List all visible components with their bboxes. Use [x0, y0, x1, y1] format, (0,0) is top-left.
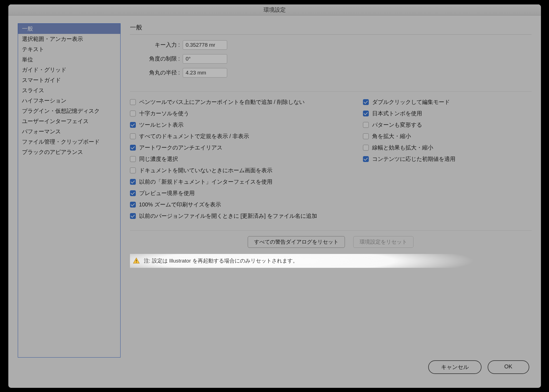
checkbox-label: コンテンツに応じた初期値を適用: [372, 155, 455, 163]
checkbox-column-right: ダブルクリックして編集モード日本式トンボを使用パターンも変形する角を拡大・縮小線…: [357, 98, 532, 224]
angle-row: 角度の制限 : 0°: [136, 54, 532, 64]
checkbox-label: アートワークのアンチエイリアス: [139, 144, 222, 151]
radius-field[interactable]: 4.23 mm: [183, 68, 227, 78]
sidebar-item-2[interactable]: テキスト: [18, 44, 120, 54]
ok-button[interactable]: OK: [488, 360, 529, 374]
checkbox-icon[interactable]: [130, 133, 136, 139]
checkbox-icon[interactable]: [130, 99, 136, 105]
checkbox-row[interactable]: ペンツールでパス上にアンカーポイントを自動で追加 / 削除しない: [130, 98, 357, 106]
checkbox-label: 同じ濃度を選択: [139, 155, 178, 163]
checkbox-row[interactable]: 線幅と効果も拡大・縮小: [363, 144, 532, 151]
checkbox-icon[interactable]: [363, 99, 369, 105]
checkbox-row[interactable]: 十字カーソルを使う: [130, 110, 357, 117]
checkbox-icon[interactable]: [130, 179, 136, 185]
category-sidebar: 一般選択範囲・アンカー表示テキスト単位ガイド・グリッドスマートガイドスライスハイ…: [18, 23, 121, 358]
checkbox-label: 十字カーソルを使う: [139, 110, 189, 117]
checkbox-row[interactable]: ダブルクリックして編集モード: [363, 98, 532, 106]
checkbox-row[interactable]: パターンも変形する: [363, 121, 532, 129]
checkbox-row[interactable]: 角を拡大・縮小: [363, 133, 532, 140]
checkbox-row[interactable]: 100% ズームで印刷サイズを表示: [130, 201, 357, 208]
checkbox-icon[interactable]: [130, 156, 136, 162]
radius-row: 角丸の半径 : 4.23 mm: [136, 68, 532, 78]
checkbox-icon[interactable]: [130, 111, 136, 116]
checkbox-label: ダブルクリックして編集モード: [372, 98, 450, 106]
key-input-field[interactable]: 0.352778 mr: [183, 40, 227, 50]
sidebar-item-9[interactable]: ユーザーインターフェイス: [18, 116, 120, 126]
checkbox-label: 100% ズームで印刷サイズを表示: [139, 201, 221, 208]
checkbox-row[interactable]: プレビュー境界を使用: [130, 189, 357, 197]
window-title: 環境設定: [264, 6, 286, 14]
sidebar-item-11[interactable]: ファイル管理・クリップボード: [18, 137, 120, 147]
checkbox-row[interactable]: すべてのドキュメントで定規を表示 / 非表示: [130, 133, 357, 140]
checkbox-icon[interactable]: [130, 190, 136, 196]
checkbox-icon[interactable]: [130, 122, 136, 128]
checkbox-label: プレビュー境界を使用: [139, 189, 195, 197]
checkbox-icon[interactable]: [363, 145, 369, 151]
checkbox-label: ペンツールでパス上にアンカーポイントを自動で追加 / 削除しない: [139, 98, 305, 106]
checkbox-icon[interactable]: [130, 213, 136, 219]
checkbox-label: 角を拡大・縮小: [372, 133, 411, 140]
angle-label: 角度の制限 :: [136, 55, 180, 63]
checkbox-label: 線幅と効果も拡大・縮小: [372, 144, 433, 151]
sidebar-item-0[interactable]: 一般: [18, 24, 120, 34]
preferences-dialog: 環境設定 一般選択範囲・アンカー表示テキスト単位ガイド・グリッドスマートガイドス…: [8, 4, 541, 388]
radius-label: 角丸の半径 :: [136, 69, 180, 76]
checkbox-row[interactable]: コンテンツに応じた初期値を適用: [363, 155, 532, 163]
sidebar-item-1[interactable]: 選択範囲・アンカー表示: [18, 34, 120, 44]
checkbox-row[interactable]: 同じ濃度を選択: [130, 155, 357, 163]
sidebar-item-10[interactable]: パフォーマンス: [18, 126, 120, 137]
warning-text: 注: 設定は Illustrator を再起動する場合にのみリセットされます。: [144, 257, 298, 264]
checkbox-row[interactable]: ドキュメントを開いていないときにホーム画面を表示: [130, 167, 357, 174]
checkbox-label: すべてのドキュメントで定規を表示 / 非表示: [139, 133, 249, 140]
warning-note: 注: 設定は Illustrator を再起動する場合にのみリセットされます。: [130, 254, 532, 268]
sidebar-item-7[interactable]: ハイフネーション: [18, 96, 120, 106]
angle-field[interactable]: 0°: [183, 54, 227, 64]
sidebar-item-5[interactable]: スマートガイド: [18, 75, 120, 85]
sidebar-item-6[interactable]: スライス: [18, 85, 120, 96]
checkbox-label: 日本式トンボを使用: [372, 110, 422, 117]
checkbox-row[interactable]: 以前の「新規ドキュメント」インターフェイスを使用: [130, 178, 357, 186]
checkbox-label: ツールヒント表示: [139, 121, 184, 129]
reset-warnings-button[interactable]: すべての警告ダイアログをリセット: [248, 236, 345, 248]
checkbox-icon[interactable]: [130, 168, 136, 173]
cancel-button[interactable]: キャンセル: [428, 360, 482, 374]
checkbox-icon[interactable]: [130, 202, 136, 208]
checkbox-label: 以前のバージョンファイルを開くときに [更新済み] をファイル名に追加: [139, 212, 317, 220]
key-input-row: キー入力 : 0.352778 mr: [136, 40, 532, 50]
dialog-footer: キャンセル OK: [8, 360, 541, 388]
checkbox-label: ドキュメントを開いていないときにホーム画面を表示: [139, 167, 272, 174]
sidebar-item-12[interactable]: ブラックのアピアランス: [18, 147, 120, 157]
checkbox-label: 以前の「新規ドキュメント」インターフェイスを使用: [139, 178, 272, 186]
checkbox-row[interactable]: 日本式トンボを使用: [363, 110, 532, 117]
reset-row: すべての警告ダイアログをリセット 環境設定をリセット: [130, 230, 532, 248]
checkbox-row[interactable]: アートワークのアンチエイリアス: [130, 144, 357, 151]
main-panel: 一般 キー入力 : 0.352778 mr 角度の制限 : 0° 角丸の半径 :…: [130, 23, 532, 358]
checkbox-icon[interactable]: [363, 122, 369, 128]
svg-rect-0: [136, 259, 136, 261]
checkbox-row[interactable]: 以前のバージョンファイルを開くときに [更新済み] をファイル名に追加: [130, 212, 357, 220]
checkbox-area: ペンツールでパス上にアンカーポイントを自動で追加 / 削除しない十字カーソルを使…: [130, 91, 532, 224]
sidebar-item-8[interactable]: プラグイン・仮想記憶ディスク: [18, 106, 120, 116]
section-heading: 一般: [130, 23, 532, 35]
sidebar-item-3[interactable]: 単位: [18, 54, 120, 65]
checkbox-icon[interactable]: [363, 133, 369, 139]
dialog-content: 一般選択範囲・アンカー表示テキスト単位ガイド・グリッドスマートガイドスライスハイ…: [8, 16, 541, 360]
checkbox-column-left: ペンツールでパス上にアンカーポイントを自動で追加 / 削除しない十字カーソルを使…: [130, 98, 357, 224]
checkbox-label: パターンも変形する: [372, 121, 422, 129]
checkbox-icon[interactable]: [363, 111, 369, 116]
checkbox-row[interactable]: ツールヒント表示: [130, 121, 357, 129]
checkbox-icon[interactable]: [130, 145, 136, 151]
sidebar-item-4[interactable]: ガイド・グリッド: [18, 65, 120, 75]
titlebar: 環境設定: [8, 4, 541, 16]
warning-icon: [133, 257, 140, 264]
svg-rect-1: [136, 262, 136, 263]
checkbox-icon[interactable]: [363, 156, 369, 162]
numeric-fields: キー入力 : 0.352778 mr 角度の制限 : 0° 角丸の半径 : 4.…: [136, 40, 532, 82]
reset-prefs-button: 環境設定をリセット: [353, 236, 413, 248]
key-input-label: キー入力 :: [136, 41, 180, 49]
